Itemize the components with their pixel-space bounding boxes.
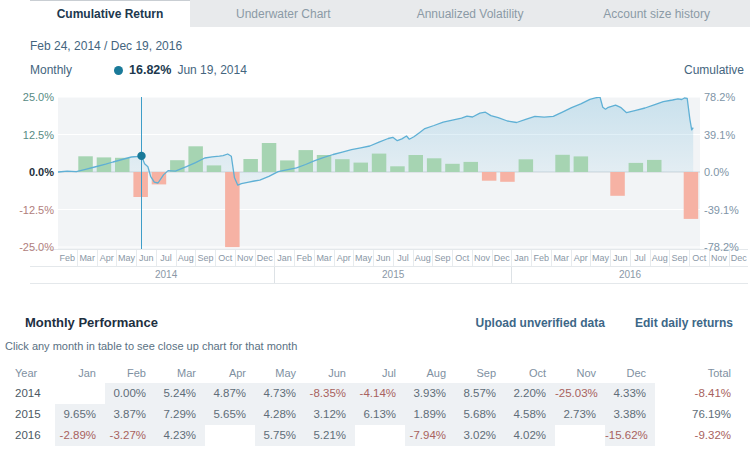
month-cell[interactable]: 0.00% [105, 383, 155, 404]
month-tick-label: Jan [274, 250, 294, 266]
selected-point-dot [137, 152, 145, 160]
month-tick-label: Aug [176, 250, 196, 266]
month-cell[interactable]: -8.35% [305, 383, 355, 404]
month-cell[interactable]: 5.65% [205, 404, 255, 425]
total-cell: -9.32% [655, 425, 733, 446]
month-tick-label: Feb [531, 250, 551, 266]
positive-month-bar [519, 159, 534, 172]
positive-month-bar [445, 164, 460, 172]
right-axis-label: -39.1% [704, 204, 739, 216]
year-labels-row: 201420152016 [30, 267, 748, 284]
month-cell[interactable]: 4.23% [155, 425, 205, 446]
tab-annualized-volatility[interactable]: Annualized Volatility [377, 0, 564, 27]
tab-underwater-chart[interactable]: Underwater Chart [190, 0, 377, 27]
month-tick-label: Sep [432, 250, 452, 266]
month-tick-label: Dec [492, 250, 512, 266]
month-cell[interactable]: -15.62% [605, 425, 655, 446]
positive-month-bar [372, 154, 387, 172]
month-tick-label: Jun [610, 250, 630, 266]
year-tick-label: 2015 [274, 267, 511, 283]
month-cell [355, 425, 405, 446]
table-header-cell: Feb [105, 363, 155, 383]
month-cell[interactable]: -3.27% [105, 425, 155, 446]
date-range: Feb 24, 2014 / Dec 19, 2016 [30, 39, 750, 53]
cumulative-axis-label: Cumulative [684, 63, 744, 77]
month-tick-label: Aug [650, 250, 670, 266]
table-header-cell: Mar [155, 363, 205, 383]
month-cell[interactable]: 5.21% [305, 425, 355, 446]
negative-month-bar [500, 172, 515, 182]
month-cell[interactable]: -2.89% [55, 425, 105, 446]
month-cell [205, 425, 255, 446]
month-cell[interactable]: 3.02% [455, 425, 505, 446]
month-tick-label: May [590, 250, 610, 266]
month-cell[interactable]: 5.75% [255, 425, 305, 446]
table-header-cell: Year [15, 363, 55, 383]
month-cell[interactable]: 7.29% [155, 404, 205, 425]
cumulative-return-chart: 25.0%12.5%0.0%-12.5%-25.0% 78.2%39.1%0.0… [0, 97, 750, 249]
left-axis-label: -12.5% [19, 204, 54, 216]
month-cell[interactable]: 4.58% [505, 404, 555, 425]
upload-unverified-data-link[interactable]: Upload unverified data [476, 316, 605, 330]
month-cell[interactable]: 4.73% [255, 383, 305, 404]
positive-month-bar [243, 159, 258, 172]
monthly-performance-table: YearJanFebMarAprMayJunJulAugSepOctNovDec… [15, 363, 733, 446]
month-cell[interactable]: 5.68% [455, 404, 505, 425]
negative-month-bar [133, 172, 148, 197]
month-tick-label: Nov [235, 250, 255, 266]
month-cell[interactable]: 2.20% [505, 383, 555, 404]
month-cell[interactable]: 3.87% [105, 404, 155, 425]
month-cell[interactable]: 5.24% [155, 383, 205, 404]
table-header-cell: Jan [55, 363, 105, 383]
month-tick-label: Oct [452, 250, 472, 266]
month-tick-label: Jun [373, 250, 393, 266]
month-cell [555, 425, 605, 446]
positive-month-bar [555, 155, 570, 172]
month-cell[interactable]: 3.38% [605, 404, 655, 425]
month-cell[interactable]: 3.93% [405, 383, 455, 404]
month-cell[interactable]: 1.89% [405, 404, 455, 425]
left-axis-label: 12.5% [23, 129, 54, 141]
month-tick-label: Sep [195, 250, 215, 266]
month-cell[interactable]: -25.03% [555, 383, 605, 404]
year-tick-label: 2016 [511, 267, 748, 283]
month-cell[interactable]: 9.65% [55, 404, 105, 425]
year-cell: 2015 [15, 404, 55, 425]
positive-month-bar [409, 155, 424, 172]
tab-account-size-history[interactable]: Account size history [563, 0, 750, 27]
table-header-cell: Sep [455, 363, 505, 383]
month-cell[interactable]: 6.13% [355, 404, 405, 425]
year-tick-label: 2014 [58, 267, 274, 283]
table-header-cell: Dec [605, 363, 655, 383]
month-cell[interactable]: -4.14% [355, 383, 405, 404]
month-cell[interactable]: -7.94% [405, 425, 455, 446]
table-header-row: YearJanFebMarAprMayJunJulAugSepOctNovDec… [15, 363, 733, 383]
edit-daily-returns-link[interactable]: Edit daily returns [635, 316, 733, 330]
tab-cumulative-return[interactable]: Cumulative Return [30, 0, 190, 27]
performance-header: Monthly Performance Upload unverified da… [5, 315, 733, 330]
month-cell[interactable]: 4.02% [505, 425, 555, 446]
tooltip-dot-icon [114, 66, 123, 75]
chart-plot-area[interactable] [58, 97, 700, 249]
month-cell[interactable]: 2.73% [555, 404, 605, 425]
month-tick-label: Dec [255, 250, 275, 266]
positive-month-bar [427, 158, 442, 172]
month-cell[interactable]: 4.33% [605, 383, 655, 404]
month-cell[interactable]: 8.57% [455, 383, 505, 404]
month-cell[interactable]: 4.87% [205, 383, 255, 404]
table-row: 20140.00%5.24%4.87%4.73%-8.35%-4.14%3.93… [15, 383, 733, 404]
month-tick-label: Mar [314, 250, 334, 266]
month-tick-label: Jul [156, 250, 176, 266]
chart-x-axis: FebMarAprMayJunJulAugSepOctNovDecJanFebM… [30, 249, 748, 284]
month-tick-label: Jul [630, 250, 650, 266]
table-header-cell: Total [655, 363, 733, 383]
tab-bar: Cumulative ReturnUnderwater ChartAnnuali… [0, 0, 750, 27]
positive-month-bar [574, 156, 589, 172]
month-cell[interactable]: 3.12% [305, 404, 355, 425]
tooltip-date: Jun 19, 2014 [177, 63, 246, 77]
positive-month-bar [647, 160, 662, 172]
month-cell[interactable]: 4.28% [255, 404, 305, 425]
table-header-cell: Apr [205, 363, 255, 383]
table-row: 2016-2.89%-3.27%4.23%5.75%5.21%-7.94%3.0… [15, 425, 733, 446]
section-title: Monthly Performance [25, 315, 158, 330]
